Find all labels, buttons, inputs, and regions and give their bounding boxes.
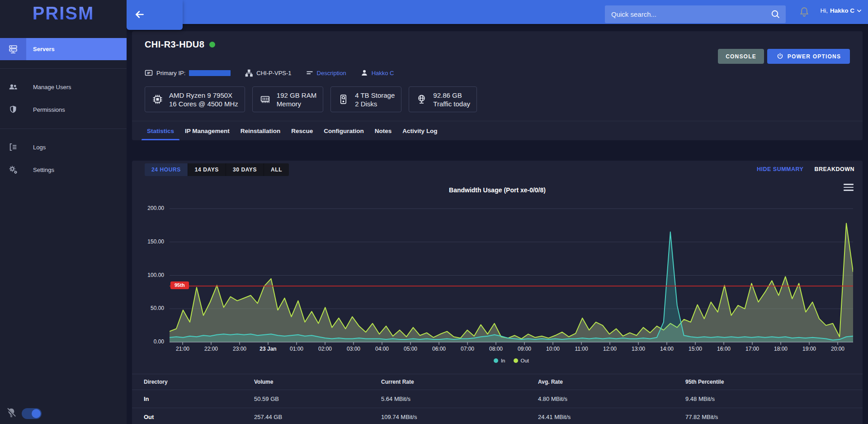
y-tick-label: 0.00 — [154, 338, 164, 345]
sidebar-item-manage-users[interactable]: Manage Users — [0, 77, 127, 97]
x-tick-label: 19:00 — [796, 346, 823, 352]
cell-95th: 77.82 MBit/s — [685, 414, 863, 420]
server-header-card: CHI-R3-HDU8 CONSOLE POWER OPTIONS IP Pri… — [132, 31, 863, 140]
topbar: Hi, Hakko C — [127, 0, 868, 24]
cell-current-rate: 109.74 MBit/s — [381, 414, 538, 420]
tab-label: Notes — [375, 128, 392, 134]
x-tick-label: 12:00 — [596, 346, 623, 352]
page-title: CHI-R3-HDU8 — [145, 39, 204, 50]
sidebar: PRISM Servers Manage Users — [0, 0, 127, 424]
tab-ip-management[interactable]: IP Management — [179, 121, 235, 140]
x-tick-label: 23:00 — [226, 346, 253, 352]
table-row: In 50.59 GB 5.64 MBit/s 4.80 MBit/s 9.48… — [132, 390, 863, 408]
tab-bar: Statistics IP Management Reinstallation … — [132, 121, 863, 140]
sidebar-item-label: Manage Users — [26, 84, 71, 91]
hide-summary-link[interactable]: HIDE SUMMARY — [757, 166, 803, 172]
chart-legend: InOut — [170, 358, 853, 363]
tab-statistics[interactable]: Statistics — [142, 121, 179, 140]
x-tick-label: 11:00 — [568, 346, 595, 352]
x-tick-label: 03:00 — [340, 346, 367, 352]
tab-rescue[interactable]: Rescue — [286, 121, 318, 140]
tab-notes[interactable]: Notes — [369, 121, 397, 140]
servers-icon — [0, 44, 26, 54]
owner-item[interactable]: Hakko C — [361, 69, 394, 76]
spec-card-traffic: 92.86 GB Traffic today — [409, 86, 477, 112]
node-item: CHI-P-VPS-1 — [245, 69, 291, 77]
y-tick-label: 200.00 — [147, 205, 164, 211]
col-header: Avg. Rate — [538, 379, 685, 385]
breakdown-link[interactable]: BREAKDOWN — [814, 166, 854, 172]
range-14-days[interactable]: 14 DAYS — [188, 163, 226, 176]
col-header: Directory — [144, 379, 254, 385]
legend-dot — [494, 358, 498, 363]
greeting-prefix: Hi, — [820, 7, 828, 14]
percentile-95-badge: 95th — [170, 281, 189, 289]
tab-activity-log[interactable]: Activity Log — [397, 121, 443, 140]
range-30-days[interactable]: 30 DAYS — [226, 163, 264, 176]
time-range-group: 24 HOURS 14 DAYS 30 DAYS ALL — [145, 163, 289, 176]
app-root: PRISM Servers Manage Users — [0, 0, 868, 424]
search-input[interactable] — [605, 5, 786, 23]
legend-item-in[interactable]: In — [494, 358, 505, 363]
power-button-label: POWER OPTIONS — [788, 53, 841, 60]
cell-directory: In — [144, 395, 254, 402]
lightbulb-off-icon — [5, 407, 17, 420]
tab-label: IP Management — [185, 128, 230, 134]
arrow-left-icon — [134, 9, 146, 20]
power-options-button[interactable]: POWER OPTIONS — [767, 49, 850, 64]
prism-logo: PRISM — [0, 0, 127, 26]
power-icon — [776, 52, 784, 60]
x-tick-label: 13:00 — [625, 346, 652, 352]
x-tick-label: 16:00 — [710, 346, 737, 352]
legend-label: In — [501, 358, 505, 363]
spec-line1: 92.86 GB — [433, 91, 470, 100]
x-tick-label: 07:00 — [454, 346, 481, 352]
shield-icon — [0, 105, 26, 114]
status-dot-online — [209, 42, 215, 48]
spec-line1: 4 TB Storage — [355, 91, 395, 100]
user-menu[interactable]: Hi, Hakko C — [820, 7, 862, 14]
spec-line2: Memory — [277, 100, 316, 108]
sidebar-item-label: Logs — [26, 144, 46, 151]
y-tick-label: 50.00 — [151, 305, 164, 311]
sidebar-item-permissions[interactable]: Permissions — [0, 100, 127, 119]
sidebar-divider — [0, 68, 127, 69]
legend-item-out[interactable]: Out — [514, 358, 529, 363]
search-box — [605, 5, 786, 23]
owner-link[interactable]: Hakko C — [372, 70, 394, 76]
x-tick-label: 10:00 — [539, 346, 566, 352]
spec-card-ram: 192 GB RAM Memory — [252, 86, 323, 112]
sidebar-item-servers[interactable]: Servers — [0, 38, 127, 60]
chart-menu-icon[interactable] — [844, 184, 854, 191]
table-row: Out 257.44 GB 109.74 MBit/s 24.41 MBit/s… — [132, 408, 863, 424]
range-24-hours[interactable]: 24 HOURS — [145, 163, 188, 176]
description-icon — [306, 69, 313, 76]
chevron-down-icon — [857, 9, 862, 13]
bell-icon[interactable] — [798, 6, 810, 20]
description-item[interactable]: Description — [306, 69, 346, 76]
ram-icon — [259, 93, 271, 105]
back-button[interactable] — [127, 0, 183, 30]
tab-configuration[interactable]: Configuration — [318, 121, 369, 140]
console-button-label: CONSOLE — [726, 53, 756, 60]
chart-x-axis: 21:0022:0023:0023 Jan01:0002:0003:0004:0… — [170, 346, 853, 353]
search-icon[interactable] — [771, 10, 780, 21]
sidebar-item-settings[interactable]: Settings — [0, 160, 127, 180]
gear-icon — [0, 165, 26, 175]
cell-avg-rate: 24.41 MBit/s — [538, 414, 685, 420]
x-tick-label: 09:00 — [511, 346, 538, 352]
description-link[interactable]: Description — [317, 70, 346, 76]
statistics-card: 24 HOURS 14 DAYS 30 DAYS ALL HIDE SUMMAR… — [132, 161, 863, 424]
spec-line1: 192 GB RAM — [277, 91, 316, 100]
col-header: 95th Percentile — [685, 379, 863, 385]
primary-ip-label: Primary IP: — [156, 70, 185, 76]
tab-reinstallation[interactable]: Reinstallation — [235, 121, 286, 140]
tab-label: Statistics — [147, 128, 174, 134]
table-header-row: Directory Volume Current Rate Avg. Rate … — [132, 374, 863, 390]
theme-toggle[interactable] — [22, 408, 42, 419]
console-button[interactable]: CONSOLE — [718, 49, 764, 64]
cell-95th: 9.48 MBit/s — [685, 395, 863, 402]
range-all[interactable]: ALL — [264, 163, 289, 176]
sidebar-item-logs[interactable]: Logs — [0, 137, 127, 157]
sidebar-item-label: Permissions — [26, 106, 65, 113]
